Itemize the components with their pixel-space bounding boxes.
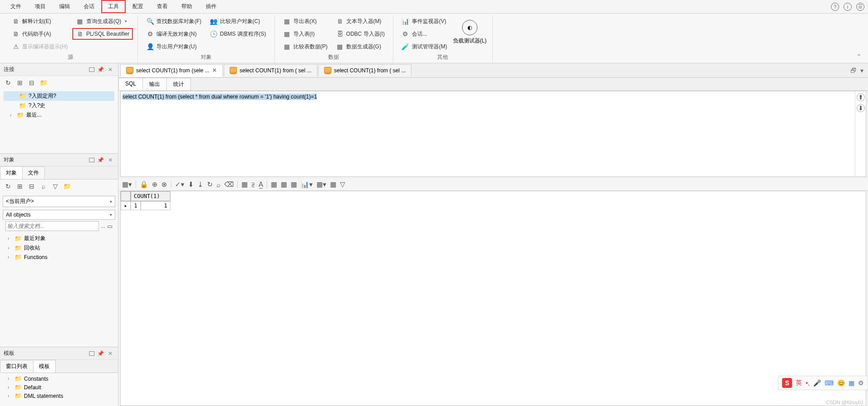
find-icon[interactable]: ⌕ <box>217 181 221 189</box>
compile-invalid-button[interactable]: ⚙编译无效对象(N) <box>142 28 205 40</box>
tpl-dml[interactable]: ›📁DML statements <box>1 392 117 400</box>
windows-icon[interactable]: 🗗 <box>850 67 857 74</box>
close-icon[interactable]: ✕ <box>212 67 217 74</box>
folder-icon[interactable]: 📁 <box>62 182 71 191</box>
compare-user-button[interactable]: 👥比较用户对象(C) <box>206 15 270 27</box>
add-icon[interactable]: ⊞ <box>15 182 24 191</box>
export-user-button[interactable]: 👤导出用户对象(U) <box>142 41 205 52</box>
event-monitor-button[interactable]: 📊事件监视器(V) <box>398 15 451 27</box>
panel-close-icon[interactable]: ✕ <box>106 156 114 164</box>
obj-tree-recent[interactable]: ›📁最近对象 <box>1 234 117 243</box>
ime-keyboard-icon[interactable]: ⌨ <box>825 379 834 387</box>
info-icon[interactable]: i <box>844 3 852 11</box>
folder-icon[interactable]: 📁 <box>39 78 48 87</box>
query-builder-button[interactable]: ▦查询生成器(Q)▾ <box>72 15 133 27</box>
remove-icon[interactable]: ⊟ <box>27 182 36 191</box>
subtab-sql[interactable]: SQL <box>118 78 143 90</box>
explain-plan-button[interactable]: 🗎解释计划(E) <box>8 15 71 27</box>
ime-logo-icon[interactable]: S <box>782 378 792 388</box>
help-icon[interactable]: ? <box>831 3 839 11</box>
load-tester-button[interactable]: ◐负载测试器(L) <box>452 15 488 45</box>
ime-punct-icon[interactable]: •, <box>806 379 810 387</box>
column-header[interactable]: COUNT(1) <box>131 191 170 201</box>
ime-gear-icon[interactable]: ⚙ <box>858 379 864 387</box>
fetch-all-icon[interactable]: ⤓ <box>198 180 203 189</box>
obj-tree-functions[interactable]: ›📁Functions <box>1 253 117 261</box>
tpl-default[interactable]: ›📁Default <box>1 383 117 392</box>
dropdown-icon[interactable]: ▾ <box>860 67 863 74</box>
objects-tab-files[interactable]: 文件 <box>22 166 45 179</box>
doc-tab-2[interactable]: select COUNT(1) from ( sel ... <box>318 64 412 76</box>
single-record-icon[interactable]: ▦ <box>241 180 248 189</box>
grid-icon[interactable]: ▦▾ <box>122 180 132 189</box>
go-icon[interactable]: ▭ <box>107 223 113 230</box>
hamburger-icon[interactable]: ☰ <box>856 3 864 11</box>
subtab-stats[interactable]: 统计 <box>166 78 191 90</box>
conn-item-1[interactable]: 📁?入?史 <box>4 101 114 110</box>
panel-close-icon[interactable]: ✕ <box>106 66 114 73</box>
lock-icon[interactable]: 🔒 <box>140 180 148 189</box>
ime-mic-icon[interactable]: 🎤 <box>813 379 821 387</box>
more-icon[interactable]: ... <box>101 223 105 229</box>
scope-combo[interactable]: All objects▾ <box>3 210 115 220</box>
text-icon[interactable]: A̲ <box>259 180 263 189</box>
copy-grid-icon[interactable]: ▦ <box>281 180 287 189</box>
compare-table-button[interactable]: ▦比较表数据(P) <box>279 41 331 52</box>
test-mgr-button[interactable]: 🧪测试管理器(M) <box>398 41 451 52</box>
search-icon[interactable]: ⌕ <box>39 182 48 191</box>
delete-row-icon[interactable]: ⊗ <box>161 180 167 189</box>
ime-lang[interactable]: 英 <box>796 379 802 387</box>
menu-help[interactable]: 帮助 <box>175 0 199 13</box>
execute-icon[interactable]: ⬆ <box>857 93 865 101</box>
export-tables-button[interactable]: ▦导出表(X) <box>279 15 331 27</box>
import-tables-button[interactable]: ▦导入表(I) <box>279 28 331 40</box>
panel-pin-icon[interactable]: 📌 <box>96 156 104 164</box>
panel-pin-icon[interactable]: 📌 <box>96 66 104 73</box>
panel-maximize-icon[interactable] <box>89 158 94 162</box>
clear-icon[interactable]: ⌫ <box>224 180 234 189</box>
templates-tab-templates[interactable]: 模板 <box>33 360 56 373</box>
layout-icon[interactable]: ▦▾ <box>316 180 326 189</box>
obj-tree-recycle[interactable]: ›📁回收站 <box>1 243 117 253</box>
menu-plugins[interactable]: 插件 <box>199 0 223 13</box>
menu-project[interactable]: 项目 <box>28 0 52 13</box>
conn-item-2[interactable]: ›📁最近... <box>4 110 114 120</box>
add-icon[interactable]: ⊞ <box>15 78 24 87</box>
objects-tab-objects[interactable]: 对象 <box>0 166 23 179</box>
refresh-icon[interactable]: ↻ <box>207 180 213 189</box>
ribbon-collapse[interactable]: ⌃ <box>854 15 864 63</box>
menu-view[interactable]: 查看 <box>150 0 175 13</box>
ime-apps-icon[interactable]: ▦ <box>849 379 854 387</box>
cell-value[interactable]: 1 <box>141 201 170 210</box>
code-assist-button[interactable]: 🗎代码助手(A) <box>8 28 71 40</box>
filter-result-icon[interactable]: ▽ <box>340 180 345 189</box>
odbc-importer-button[interactable]: 🗄ODBC 导入器(I) <box>332 28 388 40</box>
dbms-sched-button[interactable]: 🕒DBMS 调度程序(S) <box>206 28 270 40</box>
text-importer-button[interactable]: 🗎文本导入器(M) <box>332 15 388 27</box>
add-row-icon[interactable]: ⊕ <box>152 180 158 189</box>
menu-config[interactable]: 配置 <box>126 0 150 13</box>
row-indicator[interactable]: ▸ <box>121 201 131 210</box>
conn-item-0[interactable]: 📁?入固定用? <box>4 91 114 101</box>
chart2-icon[interactable]: 📊▾ <box>301 180 313 189</box>
menu-tools[interactable]: 工具 <box>101 0 126 13</box>
menu-session[interactable]: 会话 <box>77 0 101 13</box>
sessions-button[interactable]: ⚙会话... <box>398 28 451 40</box>
doc-tab-0[interactable]: select COUNT(1) from (sele ...✕ <box>120 64 223 77</box>
panel-pin-icon[interactable]: 📌 <box>96 350 104 357</box>
find-db-button[interactable]: 🔍查找数据库对象(F) <box>142 15 205 27</box>
doc-tab-1[interactable]: select COUNT(1) from ( sel ... <box>224 64 317 76</box>
sql-editor[interactable]: select COUNT(1) from (select * from dual… <box>121 91 855 176</box>
fetch-next-icon[interactable]: ⬇ <box>188 180 194 189</box>
data-gen-button[interactable]: ▦数据生成器(G) <box>332 41 388 52</box>
remove-icon[interactable]: ⊟ <box>27 78 36 87</box>
templates-tab-windowlist[interactable]: 窗口列表 <box>0 360 33 373</box>
filter-icon[interactable]: ▽ <box>51 182 60 191</box>
panel-close-icon[interactable]: ✕ <box>106 350 114 357</box>
sum-icon[interactable]: ▦ <box>330 180 336 189</box>
panel-maximize-icon[interactable] <box>89 351 94 356</box>
refresh-icon[interactable]: ↻ <box>4 78 13 87</box>
ime-emoji-icon[interactable]: 😊 <box>837 379 845 387</box>
object-search-input[interactable] <box>5 221 99 231</box>
tpl-constants[interactable]: ›📁Constants <box>1 374 117 383</box>
